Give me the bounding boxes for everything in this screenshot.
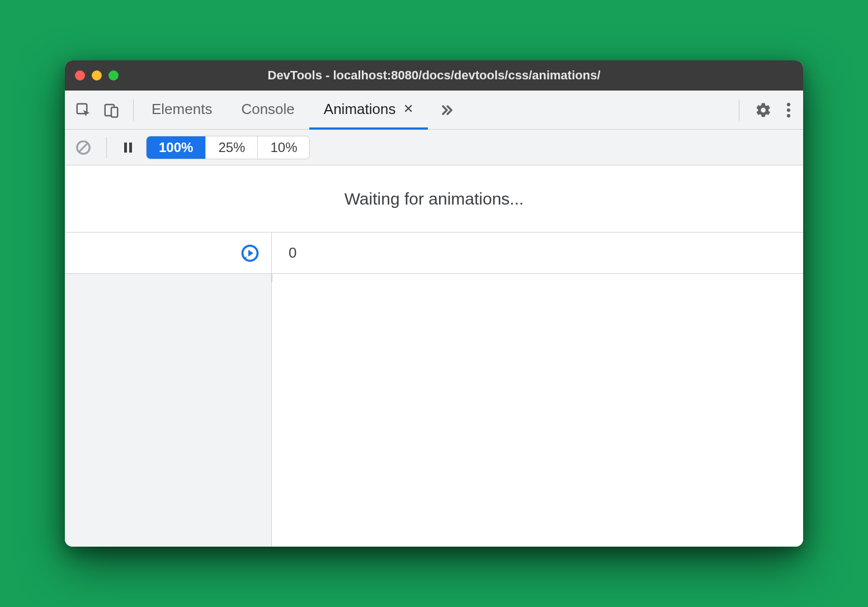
animations-toolbar: 100% 25% 10% xyxy=(65,130,803,165)
tabs: Elements Console Animations ✕ xyxy=(137,91,735,129)
svg-point-3 xyxy=(787,102,790,106)
divider xyxy=(133,99,134,121)
devtools-window: DevTools - localhost:8080/docs/devtools/… xyxy=(65,60,803,547)
ruler-tick xyxy=(272,274,272,282)
svg-point-4 xyxy=(787,108,790,111)
replay-icon[interactable] xyxy=(240,243,260,263)
svg-rect-2 xyxy=(111,107,117,117)
window-minimize-button[interactable] xyxy=(92,70,102,80)
speed-25-button[interactable]: 25% xyxy=(206,136,258,159)
timeline-controls xyxy=(65,233,272,273)
traffic-lights xyxy=(75,70,119,80)
tab-elements[interactable]: Elements xyxy=(137,91,227,130)
tabstrip-left-tools xyxy=(65,91,130,129)
ruler-zero-label: 0 xyxy=(289,244,296,262)
segment-label: 10% xyxy=(270,140,297,155)
tab-console[interactable]: Console xyxy=(227,91,309,130)
window-title: DevTools - localhost:8080/docs/devtools/… xyxy=(268,68,601,83)
animation-tracks-pane[interactable] xyxy=(272,274,803,547)
tab-label: Console xyxy=(241,101,294,118)
timeline-body xyxy=(65,274,803,547)
window-zoom-button[interactable] xyxy=(108,70,119,80)
gear-icon[interactable] xyxy=(755,102,772,118)
inspect-element-icon[interactable] xyxy=(75,102,92,118)
close-icon[interactable]: ✕ xyxy=(403,102,413,116)
segment-label: 100% xyxy=(159,140,193,155)
status-message: Waiting for animations... xyxy=(65,165,803,233)
svg-rect-9 xyxy=(129,143,132,153)
tabstrip-right-tools xyxy=(743,91,803,129)
kebab-menu-icon[interactable] xyxy=(786,102,791,118)
timeline-ruler[interactable]: 0 xyxy=(272,233,296,273)
svg-point-5 xyxy=(787,113,790,117)
divider xyxy=(739,99,739,121)
tabs-overflow-button[interactable] xyxy=(428,91,466,129)
tab-animations[interactable]: Animations ✕ xyxy=(309,91,428,130)
tab-label: Animations xyxy=(324,101,396,118)
speed-10-button[interactable]: 10% xyxy=(258,136,309,159)
window-close-button[interactable] xyxy=(75,70,85,80)
playback-speed-group: 100% 25% 10% xyxy=(146,136,310,159)
clear-icon[interactable] xyxy=(75,139,92,156)
segment-label: 25% xyxy=(218,140,245,155)
animation-list-pane xyxy=(65,274,272,547)
main-tabstrip: Elements Console Animations ✕ xyxy=(65,91,803,130)
pause-icon[interactable] xyxy=(121,141,135,154)
speed-100-button[interactable]: 100% xyxy=(147,136,206,159)
svg-line-7 xyxy=(79,143,88,151)
titlebar: DevTools - localhost:8080/docs/devtools/… xyxy=(65,60,803,91)
timeline-header: 0 xyxy=(65,233,803,274)
tab-label: Elements xyxy=(152,101,212,118)
device-toolbar-icon[interactable] xyxy=(103,102,120,118)
divider xyxy=(106,137,107,158)
svg-rect-8 xyxy=(124,143,127,153)
